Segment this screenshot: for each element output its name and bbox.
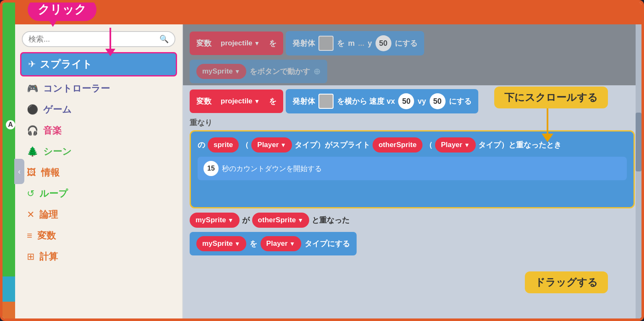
info-label: 情報 xyxy=(41,166,60,179)
sidebar-item-music[interactable]: 🎧 音楽 xyxy=(15,120,182,141)
num-50-1[interactable]: 50 xyxy=(375,35,391,51)
mysprite-label: mySprite xyxy=(202,67,233,76)
block-type1[interactable]: Player ▼ xyxy=(251,137,292,153)
vars-label: 変数 xyxy=(37,229,56,242)
plus-circle-icon[interactable]: ⊕ xyxy=(313,66,321,76)
num-vy[interactable]: 50 xyxy=(430,93,446,109)
block-sprite1[interactable]: sprite xyxy=(208,137,239,153)
scrollbar[interactable] xyxy=(636,24,641,318)
calc-icon: ⊞ xyxy=(27,251,34,262)
block-row-settype: mySprite ▼ を Player ▼ タイプにする xyxy=(190,232,635,255)
dropdown-arrow-2: ▼ xyxy=(254,98,260,105)
block-row-overlap2: mySprite ▼ が otherSprite ▼ と重なった xyxy=(190,213,635,228)
code-area: 下にスクロールする ドラッグする 変数 projectile ▼ を xyxy=(183,24,641,318)
game-label: ゲーム xyxy=(43,103,72,116)
num-vx[interactable]: 50 xyxy=(398,93,414,109)
scrollbar-thumb[interactable] xyxy=(636,113,641,171)
click-balloon: クリック xyxy=(28,0,96,21)
search-bar[interactable]: 🔍 xyxy=(22,31,175,47)
block-hasshata-1: 発射体 を m ... y 50 にする xyxy=(286,31,424,55)
block-othersprite[interactable]: otherSprite xyxy=(373,137,422,153)
drag-balloon: ドラッグする xyxy=(525,271,608,293)
logic-label: 論理 xyxy=(39,208,58,221)
sprite-square-1[interactable] xyxy=(318,36,334,51)
sprite-label: スプライト xyxy=(40,58,92,71)
game-icon: ⚫ xyxy=(27,104,38,115)
block-type2[interactable]: Player ▼ xyxy=(435,137,476,153)
label-dots: ... xyxy=(358,39,364,48)
controller-label: コントローラー xyxy=(43,82,110,95)
search-input[interactable] xyxy=(29,35,159,44)
label-to: と重なった xyxy=(312,215,349,225)
block-player-settype[interactable]: Player ▼ xyxy=(261,236,301,251)
sidebar-item-calc[interactable]: ⊞ 計算 xyxy=(15,246,182,267)
label-wo-settype: を xyxy=(250,239,257,249)
top-bar xyxy=(3,3,641,24)
label-hensuu-2: 変数 xyxy=(196,96,211,106)
chevron-left-icon: ‹ xyxy=(18,167,21,176)
sidebar-item-controller[interactable]: 🎮 コントローラー xyxy=(15,78,182,99)
scroll-balloon: 下にスクロールする xyxy=(494,87,608,108)
sprite-icon: ✈ xyxy=(28,59,36,70)
block-mysprite-settype[interactable]: mySprite ▼ xyxy=(196,236,246,251)
block-mysprite-move: mySprite ▼ をボタンで動かす ⊕ xyxy=(190,60,327,83)
block-projectile-1[interactable]: projectile ▼ xyxy=(215,36,266,51)
block-row-1b: mySprite ▼ をボタンで動かす ⊕ xyxy=(190,60,635,83)
collapse-sidebar-button[interactable]: ‹ xyxy=(14,159,24,184)
sprite-square-2[interactable] xyxy=(318,94,334,109)
arrow-yellow xyxy=(542,108,553,142)
music-icon: 🎧 xyxy=(27,125,38,136)
overlap-block: の sprite （ Player ▼ タイプ）がスプライト otherSpri… xyxy=(190,130,635,208)
block-hasshata-2: 発射体 を横から 速度 vx 50 vy 50 にする xyxy=(286,89,478,113)
sidebar-item-logic[interactable]: ✕ 論理 xyxy=(15,204,182,225)
label-no: の xyxy=(198,140,205,150)
info-icon: 🖼 xyxy=(27,167,36,178)
scene-icon: 🌲 xyxy=(27,146,38,157)
vars-icon: ≡ xyxy=(27,230,32,241)
loop-icon: ↺ xyxy=(27,188,34,199)
logic-icon: ✕ xyxy=(27,209,34,220)
label-type-settype: タイプにする xyxy=(305,239,350,249)
overlap-empty-bar xyxy=(198,184,627,201)
label-hensuu-1: 変数 xyxy=(196,38,211,48)
num-15[interactable]: 15 xyxy=(203,161,219,176)
loop-label: ループ xyxy=(39,187,68,200)
sidebar-item-scene[interactable]: 🌲 シーン xyxy=(15,141,182,162)
sidebar: 🔍 ✈ スプライト 🎮 コントローラー ⚫ ゲーム 🎧 音楽 🌲 xyxy=(15,24,183,318)
sidebar-item-info[interactable]: 🖼 情報 xyxy=(15,162,182,183)
sidebar-item-vars[interactable]: ≡ 変数 xyxy=(15,225,182,246)
label-kasanari: 重なり xyxy=(190,118,635,128)
sidebar-item-sprite[interactable]: ✈ スプライト xyxy=(20,52,177,76)
search-icon: 🔍 xyxy=(159,34,169,44)
block-row-1: 変数 projectile ▼ を 発射体 を m ... y 50 xyxy=(190,31,635,55)
label-a: A xyxy=(6,120,15,129)
dropdown-arrow-1: ▼ xyxy=(254,40,260,47)
scene-label: シーン xyxy=(43,145,72,158)
arrow-red xyxy=(105,28,115,56)
countdown-label: 秒のカウントダウンを開始する xyxy=(222,164,322,174)
block-hensuu-2: 変数 projectile ▼ を xyxy=(190,89,283,113)
overlap-inner-row: の sprite （ Player ▼ タイプ）がスプライト otherSpri… xyxy=(198,137,627,153)
block-othersprite-overlap[interactable]: otherSprite ▼ xyxy=(252,213,310,228)
overlap-indent: 15 秒のカウントダウンを開始する xyxy=(198,157,627,180)
label-ga: が xyxy=(242,215,250,225)
block-settype: mySprite ▼ を Player ▼ タイプにする xyxy=(190,232,357,255)
sidebar-item-loop[interactable]: ↺ ループ xyxy=(15,183,182,204)
music-label: 音楽 xyxy=(43,124,62,137)
block-mysprite-1b[interactable]: mySprite ▼ xyxy=(196,64,246,79)
sidebar-item-game[interactable]: ⚫ ゲーム xyxy=(15,99,182,120)
wob-label: をボタンで動かす xyxy=(250,66,310,76)
block-projectile-2[interactable]: projectile ▼ xyxy=(215,94,266,109)
block-hensuu-1: 変数 projectile ▼ を xyxy=(190,32,283,55)
yokara-label: を横から 速度 vx xyxy=(337,96,395,106)
controller-icon: 🎮 xyxy=(27,83,38,94)
far-left-strip xyxy=(3,3,15,318)
block-mysprite-overlap[interactable]: mySprite ▼ xyxy=(190,213,240,228)
calc-label: 計算 xyxy=(39,250,58,263)
